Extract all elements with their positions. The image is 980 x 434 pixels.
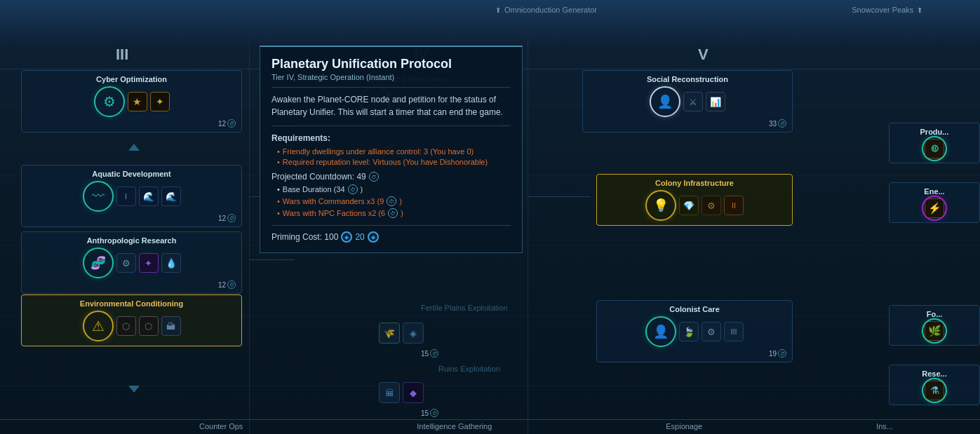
tooltip-description: Awaken the Planet-CORE node and petition… <box>271 93 511 126</box>
environmental-sub-icon-3: 🏔 <box>161 316 181 336</box>
production-icons: ⚙ II <box>895 139 974 158</box>
connector-tier3-4-anthro <box>249 259 295 260</box>
colonist-sub-icon-3: III <box>724 322 744 341</box>
colony-sub-icon-2: ⚙ <box>702 196 721 215</box>
ins-label: Ins... <box>876 422 893 430</box>
colonist-care-card[interactable]: Colonist Care 👤 🍃 ⚙ III 19 ⏱ <box>596 300 793 362</box>
anthropologic-sub-icon-2: ✦ <box>139 253 159 273</box>
commanders-clock-icon: ⏱ <box>387 196 396 206</box>
colonist-sub-icon-2: ⚙ <box>702 322 721 341</box>
tooltip-req-1: Friendly dwellings under alliance contro… <box>277 147 511 156</box>
plains-cost: 15 ⏱ <box>421 349 438 358</box>
intelligence-gathering-label: Intelligence Gathering <box>417 422 492 430</box>
colony-sub-icon-3: II <box>724 196 744 215</box>
location-snowcover-label: Snowcover Peaks <box>852 6 913 14</box>
plains-icon-2: ◈ <box>403 323 424 344</box>
aquatic-development-card[interactable]: Aquatic Development 〰 I 🌊 🌊 12 ⏱ <box>21 165 242 227</box>
cyber-optimization-icons: ⚙ ★ ✦ <box>27 86 236 117</box>
anthropologic-research-card[interactable]: Anthropologic Research 🧬 ⚙ ✦ 💧 12 ⏱ <box>21 231 242 294</box>
colonist-care-icons: 👤 🍃 ⚙ III <box>603 316 786 347</box>
colony-infrastructure-icons: 💡 💎 ⚙ II <box>603 190 786 221</box>
colony-infrastructure-card[interactable]: Colony Infrastructure 💡 💎 ⚙ II <box>596 174 793 226</box>
colony-infrastructure-title: Colony Infrastructure <box>603 179 786 187</box>
priming-resource-icon: ◈ <box>341 231 352 243</box>
energy-title: Ene... <box>895 187 974 196</box>
tier-divider-4-5 <box>528 39 528 434</box>
tooltip-title: Planetary Unification Protocol <box>271 57 511 72</box>
ruins-icon-1: 🏛 <box>379 382 400 403</box>
tier-5-header: V <box>698 46 709 64</box>
tooltip-requirements-title: Requirements: <box>271 133 511 143</box>
aquatic-cost-clock-icon: ⏱ <box>227 214 236 222</box>
aquatic-sub-icon-2: 🌊 <box>139 187 159 206</box>
cyber-sub-icon-2: ✦ <box>150 92 170 111</box>
fo-main-icon: 🌿 <box>922 318 947 344</box>
cyber-sub-icon-1: ★ <box>128 92 147 111</box>
grid-line <box>0 386 980 386</box>
ruins-exploitation-label: Ruins Exploitation <box>438 365 500 373</box>
research-icons: ⚗ II <box>895 381 974 400</box>
energy-card-partial[interactable]: Ene... ⚡ II <box>889 182 980 223</box>
tooltip-duration-factions: Wars with NPC Factions x2 (6 ⏱ ) <box>277 208 511 218</box>
espionage-label: Espionage <box>666 422 702 430</box>
tooltip-duration-commanders: Wars with Commanders x3 (9 ⏱ ) <box>277 196 511 206</box>
aquatic-development-title: Aquatic Development <box>27 170 236 178</box>
tooltip-subtitle: Tier IV, Strategic Operation (Instant) <box>271 73 511 88</box>
fo-card-partial[interactable]: Fo... 🌿 II <box>889 305 980 346</box>
social-reconstruction-icons: 👤 ⚔ 📊 <box>589 86 786 117</box>
location-labels: ⬆ Omniconduction Generator Snowcover Pea… <box>0 6 980 14</box>
tooltip-priming-cost: Priming Cost: 100 ◈ 20 ◈ <box>271 225 511 243</box>
ruins-cost-clock-icon: ⏱ <box>430 409 438 417</box>
environmental-main-icon: ⚠ <box>83 311 114 341</box>
colonist-care-title: Colonist Care <box>603 305 786 313</box>
location-omniconduction-label: Omniconduction Generator <box>504 6 597 14</box>
location-snowcover: Snowcover Peaks ⬆ <box>852 6 922 14</box>
tier4-plains-icons: 🌾 ◈ <box>379 323 424 344</box>
research-main-icon: ⚗ <box>922 378 947 403</box>
anthropologic-sub-icon-1: ⚙ <box>116 253 136 273</box>
anthropologic-research-title: Anthropologic Research <box>27 236 236 245</box>
colonist-care-cost: 19 ⏱ <box>603 349 786 358</box>
ruins-cost: 15 ⏱ <box>421 409 438 417</box>
priming-blue-icon: ◈ <box>368 231 379 243</box>
tier4-ruins-icons: 🏛 ◆ <box>379 382 424 403</box>
countdown-clock-icon: ⏱ <box>369 172 379 182</box>
social-cost-clock-icon: ⏱ <box>778 119 786 128</box>
tier3-scroll-up-icon[interactable] <box>128 144 140 151</box>
colony-main-icon: 💡 <box>645 190 676 221</box>
location-arrow-icon: ⬆ <box>495 6 501 14</box>
research-title: Rese... <box>895 369 974 378</box>
cyber-optimization-card[interactable]: Cyber Optimization ⚙ ★ ✦ 12 ⏱ <box>21 70 242 133</box>
colonist-cost-clock-icon: ⏱ <box>778 349 786 358</box>
aquatic-main-icon: 〰 <box>83 181 114 212</box>
tier3-scroll-down-icon[interactable] <box>128 386 140 393</box>
research-card-partial[interactable]: Rese... ⚗ II <box>889 365 980 405</box>
colonist-sub-icon-1: 🍃 <box>679 322 699 341</box>
aquatic-development-cost: 12 ⏱ <box>27 214 236 222</box>
environmental-sub-icon-1: ⬡ <box>116 316 136 336</box>
anthro-cost-clock-icon: ⏱ <box>227 280 236 289</box>
ruins-icon-2: ◆ <box>403 382 424 403</box>
energy-icons: ⚡ II <box>895 198 974 218</box>
tooltip-projected-countdown: Projected Countdown: 49 ⏱ <box>271 172 511 182</box>
cost-clock-icon: ⏱ <box>227 119 236 128</box>
environmental-conditioning-icons: ⚠ ⬡ ⬡ 🏔 <box>27 311 236 341</box>
anthropologic-research-icons: 🧬 ⚙ ✦ 💧 <box>27 247 236 278</box>
plains-icon-1: 🌾 <box>379 323 400 344</box>
bottom-labels: Counter Ops Intelligence Gathering Espio… <box>0 419 980 430</box>
production-card-partial[interactable]: Produ... ⚙ II <box>889 123 980 163</box>
social-reconstruction-card[interactable]: Social Reconstruction 👤 ⚔ 📊 33 ⏱ <box>582 70 793 133</box>
fo-icons: 🌿 II <box>895 321 974 341</box>
location-snowcover-arrow-icon: ⬆ <box>917 6 922 14</box>
counter-ops-label: Counter Ops <box>199 422 243 430</box>
factions-clock-icon: ⏱ <box>388 208 398 218</box>
colonist-main-icon: 👤 <box>645 316 676 347</box>
environmental-conditioning-card[interactable]: Environmental Conditioning ⚠ ⬡ ⬡ 🏔 <box>21 294 242 346</box>
tooltip-req-2: Required reputation level: Virtuous (You… <box>277 158 511 166</box>
social-main-icon: 👤 <box>650 86 680 117</box>
anthropologic-sub-icon-3: 💧 <box>161 253 181 273</box>
location-omniconduction: ⬆ Omniconduction Generator <box>495 6 597 14</box>
tooltip-panel: Planetary Unification Protocol Tier IV, … <box>260 46 523 253</box>
social-reconstruction-cost: 33 ⏱ <box>589 119 786 128</box>
tooltip-duration-base: Base Duration (34 ⏱ ) <box>277 184 511 194</box>
